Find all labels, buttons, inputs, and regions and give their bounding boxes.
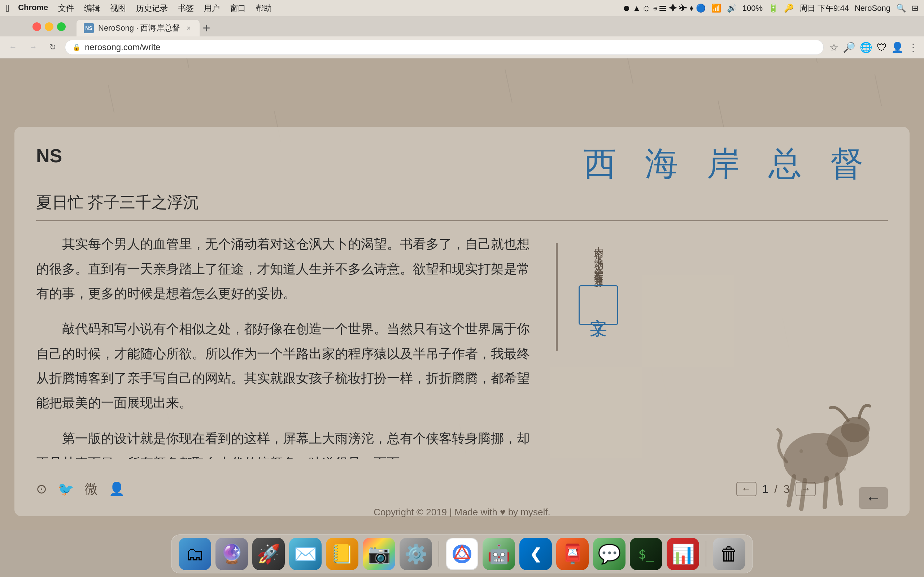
back-button[interactable]: ← (6, 40, 20, 55)
dock-finder[interactable]: 🗂 (179, 538, 211, 570)
menu-edit[interactable]: 编辑 (84, 3, 100, 14)
copyright-text: Copyright © 2019 | Made with ♥ by myself… (0, 500, 924, 525)
github-icon[interactable]: ⊙ (36, 482, 47, 496)
user-icon[interactable]: 👤 (109, 482, 125, 496)
menu-user[interactable]: 用户 (204, 3, 220, 14)
svg-point-8 (459, 551, 465, 557)
menu-bookmark[interactable]: 书签 (178, 3, 194, 14)
browser-tab[interactable]: NS NeroSong · 西海岸总督 × (76, 20, 200, 36)
tab-bar: NS NeroSong · 西海岸总督 × + (0, 16, 924, 36)
dock-activity-monitor[interactable]: 📊 (667, 538, 699, 570)
refresh-button[interactable]: ↻ (46, 41, 59, 54)
dock-chrome[interactable] (446, 538, 478, 570)
paragraph-2: 敲代码和写小说有个相似之处，都好像在创造一个世界。当然只有这个世界属于你自己的时… (36, 317, 541, 416)
1password-icon: 🔑 (784, 3, 794, 13)
search-icon[interactable]: 🔍 (896, 3, 906, 13)
dock-photos[interactable]: 📷 (363, 538, 395, 570)
extension-icon-1[interactable]: 🔎 (843, 42, 855, 53)
weibo-icon[interactable]: 微 (85, 480, 98, 498)
svg-point-5 (843, 468, 846, 471)
dock-siri[interactable]: 🔮 (215, 538, 248, 570)
browser-toolbar: ☆ 🔎 🌐 🛡 👤 ⋮ (829, 42, 918, 53)
url-text: nerosong.com/write (85, 42, 160, 52)
dock-vscode[interactable]: ❮ (519, 538, 552, 570)
dock-wechat[interactable]: 💬 (593, 538, 625, 570)
menu-help[interactable]: 帮助 (256, 3, 272, 14)
dock-area: 🗂 🔮 🚀 ✉️ 📒 📷 ⚙️ 🤖 ❮ 📮 💬 $_ 📊 🗑 (0, 530, 924, 577)
dock-terminal[interactable]: $_ (630, 538, 662, 570)
menu-app-name: NeroSong (855, 3, 890, 13)
battery-icon: 🔋 (769, 3, 778, 13)
side-text: 内 容 可 上 下 滚 动 (590, 239, 607, 253)
dock-divider (439, 541, 439, 567)
social-links: ⊙ 🐦 微 👤 (36, 480, 125, 498)
article-title: 夏日忙 芥子三千之浮沉 (36, 192, 888, 213)
svg-point-4 (825, 443, 828, 445)
minimize-button[interactable] (45, 23, 53, 31)
dock-postman[interactable]: 📮 (556, 538, 589, 570)
dock-launchpad[interactable]: 🚀 (252, 538, 285, 570)
address-bar: ← → ↻ 🔒 nerosong.com/write ☆ 🔎 🌐 🛡 👤 ⋮ (0, 36, 924, 58)
close-button[interactable] (32, 23, 41, 31)
dock-mail[interactable]: ✉️ (289, 538, 321, 570)
maximize-button[interactable] (57, 23, 66, 31)
menu-time: 周日 下午9:44 (800, 3, 849, 14)
menu-window[interactable]: 窗口 (230, 3, 246, 14)
volume-icon: 🔊 (727, 3, 737, 13)
svg-point-3 (800, 449, 803, 453)
dock-contacts[interactable]: 📒 (326, 538, 359, 570)
paragraph-1: 其实每个男人的血管里，无个涌动着对这仓沨大卜的渴望。书看多了，自己就也想的很多。… (36, 232, 541, 306)
new-tab-button[interactable]: + (202, 21, 210, 36)
security-icon: 🔒 (73, 43, 81, 51)
dock: 🗂 🔮 🚀 ✉️ 📒 📷 ⚙️ 🤖 ❮ 📮 💬 $_ 📊 🗑 (171, 534, 753, 574)
page-background: NS 西 海 岸 总 督 夏日忙 芥子三千之浮沉 其实每个男人的血管里，无个涌动… (0, 58, 924, 577)
forward-button[interactable]: → (26, 40, 40, 55)
dock-divider-2 (706, 541, 706, 567)
wifi-icon: 📶 (711, 3, 721, 13)
menu-bar:  Chrome 文件 编辑 视图 历史记录 书签 用户 窗口 帮助 ⏺ ▲ ⬡… (0, 0, 924, 16)
apple-logo[interactable]:  (6, 3, 10, 14)
scrollbar-track[interactable] (556, 235, 559, 469)
main-card: NS 西 海 岸 总 督 夏日忙 芥子三千之浮沉 其实每个男人的血管里，无个涌动… (15, 127, 909, 516)
url-bar[interactable]: 🔒 nerosong.com/write (65, 40, 824, 55)
menu-history[interactable]: 历史记录 (136, 3, 168, 14)
battery-indicator: 100% (743, 3, 762, 13)
menu-dots-icon[interactable]: ⋮ (908, 42, 918, 53)
menu-file[interactable]: 文件 (58, 3, 74, 14)
dock-android-studio[interactable]: 🤖 (483, 538, 515, 570)
menu-view[interactable]: 视图 (110, 3, 126, 14)
extension-icon-2[interactable]: 🌐 (860, 42, 872, 53)
title-divider (36, 220, 888, 221)
paragraph-3: 第一版的设计就是你现在看到的这样，屏幕上大雨滂沱，总有个侠客转身腾挪，却不见甘真… (36, 426, 541, 459)
bookmark-star-icon[interactable]: ☆ (829, 42, 838, 53)
twitter-icon[interactable]: 🐦 (58, 482, 74, 496)
extension-icon-3[interactable]: 🛡 (877, 42, 887, 53)
tab-title: NeroSong · 西海岸总督 (98, 23, 180, 34)
dock-settings[interactable]: ⚙️ (399, 538, 432, 570)
browser-chrome: NS NeroSong · 西海岸总督 × + ← → ↻ 🔒 nerosong… (0, 16, 924, 58)
tab-close-button[interactable]: × (184, 24, 192, 32)
menu-chrome[interactable]: Chrome (18, 3, 48, 14)
scrollbar-thumb[interactable] (556, 243, 558, 351)
control-center-icon[interactable]: ⊞ (912, 3, 918, 13)
side-text-2: 人 生 难 左 右 逢 源 (590, 257, 607, 271)
profile-icon[interactable]: 👤 (891, 42, 904, 53)
page-title-chinese: 西 海 岸 总 督 (583, 141, 874, 186)
dock-trash[interactable]: 🗑 (713, 538, 745, 570)
tab-favicon: NS (84, 23, 94, 33)
side-panel: 内 容 可 上 下 滚 动 人 生 难 左 右 逢 源 (573, 232, 624, 469)
menubar-icons: ⏺ ▲ ⬡ ⊕ ☰ ✦ ✈ ♦ 🔵 (623, 3, 706, 13)
article-text: 其实每个男人的血管里，无个涌动着对这仓沨大卜的渴望。书看多了，自己就也想的很多。… (36, 232, 541, 469)
wenzi-box: 文字 (578, 285, 618, 325)
